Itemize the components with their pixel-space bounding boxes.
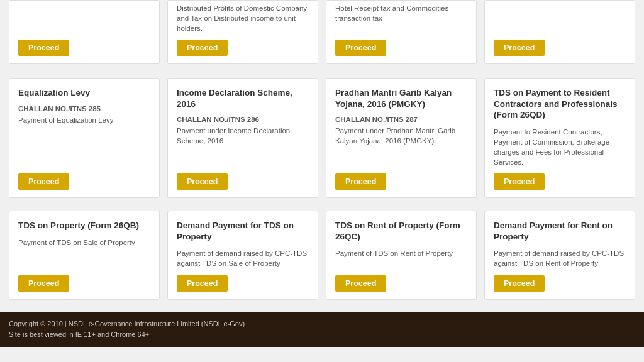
top-card-4: Proceed <box>484 0 635 64</box>
card-tds-26qd: TDS on Payment to Resident Contractors a… <box>484 78 635 198</box>
card-pmgky-desc: Payment under Pradhan Mantri Garib Kalya… <box>335 126 467 167</box>
top-card-2-desc: Distributed Profits of Domestic Company … <box>177 1 309 33</box>
top-card-3-proceed[interactable]: Proceed <box>335 40 386 56</box>
top-card-3-desc: Hotel Receipt tax and Commodities transa… <box>335 1 467 33</box>
page-wrapper: Proceed Distributed Profits of Domestic … <box>0 0 644 362</box>
top-row: Proceed Distributed Profits of Domestic … <box>0 0 644 72</box>
top-card-3: Hotel Receipt tax and Commodities transa… <box>326 0 477 64</box>
card-pmgky-title: Pradhan Mantri Garib Kalyan Yojana, 2016… <box>335 87 467 109</box>
card-equalization-levy-challan: CHALLAN NO./ITNS 285 <box>18 105 150 112</box>
card-tds-26qd-title: TDS on Payment to Resident Contractors a… <box>494 87 626 121</box>
card-pmgky-challan: CHALLAN NO./ITNS 287 <box>335 116 467 123</box>
card-equalization-levy-desc: Payment of Equalization Levy <box>18 115 150 167</box>
top-card-2-proceed[interactable]: Proceed <box>177 40 228 56</box>
card-tds-26qd-proceed[interactable]: Proceed <box>494 173 545 190</box>
card-equalization-levy-proceed[interactable]: Proceed <box>18 173 69 190</box>
top-card-2: Distributed Profits of Domestic Company … <box>167 0 318 64</box>
row3: TDS on Property (Form 26QB) Payment of T… <box>0 204 644 305</box>
card-equalization-levy: Equalization Levy CHALLAN NO./ITNS 285 P… <box>9 78 160 198</box>
top-card-1-proceed[interactable]: Proceed <box>18 40 69 56</box>
top-card-1-desc <box>18 1 150 33</box>
card-income-declaration: Income Declaration Scheme, 2016 CHALLAN … <box>167 78 318 198</box>
footer: Copyright © 2010 | NSDL e-Governance Inf… <box>0 312 644 347</box>
row2: Equalization Levy CHALLAN NO./ITNS 285 P… <box>0 72 644 204</box>
card-pmgky-proceed[interactable]: Proceed <box>335 173 386 190</box>
top-card-1: Proceed <box>9 0 160 64</box>
card-demand-tds-property: Demand Payment for TDS on Property Payme… <box>167 211 318 299</box>
card-tds-rent-26qc-title: TDS on Rent of Property (Form 26QC) <box>335 220 467 242</box>
card-tds-rent-26qc: TDS on Rent of Property (Form 26QC) Paym… <box>326 211 477 299</box>
card-demand-rent-property-desc: Payment of demand raised by CPC-TDS agai… <box>494 248 626 268</box>
card-demand-tds-property-proceed[interactable]: Proceed <box>177 275 228 292</box>
card-equalization-levy-title: Equalization Levy <box>18 87 150 99</box>
top-card-4-proceed[interactable]: Proceed <box>494 40 545 56</box>
footer-line1: Copyright © 2010 | NSDL e-Governance Inf… <box>9 319 635 330</box>
card-demand-rent-property-proceed[interactable]: Proceed <box>494 275 545 292</box>
card-demand-tds-property-title: Demand Payment for TDS on Property <box>177 220 309 242</box>
card-tds-rent-26qc-proceed[interactable]: Proceed <box>335 275 386 292</box>
card-tds-26qd-desc: Payment to Resident Contractors, Payment… <box>494 127 626 167</box>
footer-line2: Site is best viewed in IE 11+ and Chrome… <box>9 329 635 341</box>
card-income-declaration-challan: CHALLAN NO./ITNS 286 <box>177 116 309 123</box>
card-income-declaration-proceed[interactable]: Proceed <box>177 173 228 190</box>
card-tds-property-26qb-desc: Payment of TDS on Sale of Property <box>18 238 150 269</box>
card-income-declaration-desc: Payment under Income Declaration Scheme,… <box>177 126 309 167</box>
card-tds-property-26qb: TDS on Property (Form 26QB) Payment of T… <box>9 211 160 299</box>
card-tds-property-26qb-title: TDS on Property (Form 26QB) <box>18 220 150 231</box>
card-pmgky: Pradhan Mantri Garib Kalyan Yojana, 2016… <box>326 78 477 198</box>
card-demand-rent-property-title: Demand Payment for Rent on Property <box>494 220 626 242</box>
card-tds-property-26qb-proceed[interactable]: Proceed <box>18 275 69 292</box>
card-income-declaration-title: Income Declaration Scheme, 2016 <box>177 87 309 109</box>
card-tds-rent-26qc-desc: Payment of TDS on Rent of Property <box>335 248 467 268</box>
card-demand-tds-property-desc: Payment of demand raised by CPC-TDS agai… <box>177 248 309 268</box>
card-demand-rent-property: Demand Payment for Rent on Property Paym… <box>484 211 635 299</box>
top-card-4-desc <box>494 1 626 33</box>
